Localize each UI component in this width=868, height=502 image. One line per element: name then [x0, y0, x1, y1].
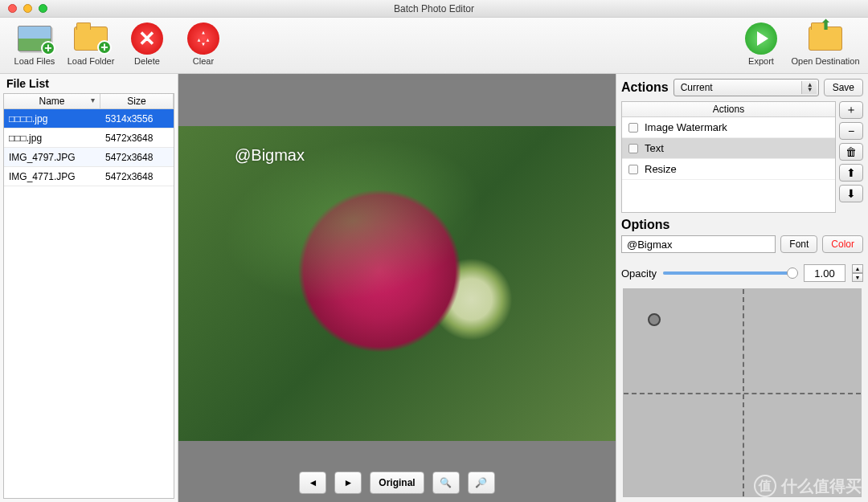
export-button[interactable]: Export — [733, 21, 789, 73]
table-row[interactable]: □□□□.jpg5314x3556 — [4, 109, 174, 129]
opacity-value: 1.00 — [804, 264, 845, 282]
table-row[interactable]: □□□.jpg5472x3648 — [4, 129, 174, 148]
file-size: 5472x3648 — [100, 171, 174, 182]
preview-next-button[interactable]: ► — [334, 471, 362, 494]
guide-vertical — [743, 289, 744, 496]
arrow-left-icon: ◄ — [308, 477, 317, 488]
options-panel: Options Font Color Opacity 1.00 ▲▼ — [621, 218, 863, 502]
stepper-up-icon[interactable]: ▲ — [852, 264, 863, 273]
plus-icon: ＋ — [845, 103, 857, 117]
clear-label: Clear — [193, 56, 214, 66]
opacity-slider[interactable] — [663, 271, 797, 275]
opacity-stepper[interactable]: ▲▼ — [852, 264, 863, 282]
options-title: Options — [621, 218, 863, 232]
action-item[interactable]: Text — [622, 138, 835, 159]
chevron-updown-icon: ▲▼ — [807, 83, 813, 92]
file-size: 5472x3648 — [100, 133, 174, 144]
action-item[interactable]: Resize — [622, 159, 835, 180]
file-name: IMG_4771.JPG — [4, 171, 100, 182]
preview-watermark-text: @Bigmax — [235, 146, 305, 165]
load-folder-button[interactable]: + Load Folder — [63, 21, 119, 73]
file-table: Name Size □□□□.jpg5314x3556□□□.jpg5472x3… — [3, 93, 174, 499]
photo-plus-icon: + — [18, 26, 51, 51]
arrow-up-icon: ⬆ — [846, 166, 856, 179]
file-name: □□□□.jpg — [4, 113, 100, 124]
action-add-button[interactable]: ＋ — [839, 101, 863, 119]
action-item-label: Image Watermark — [645, 121, 727, 133]
preview-zoom-out-button[interactable]: 🔎 — [468, 471, 495, 494]
opacity-label: Opacity — [621, 267, 657, 280]
column-header-size[interactable]: Size — [100, 94, 174, 108]
window-title: Batch Photo Editor — [0, 3, 868, 14]
preview-original-button[interactable]: Original — [370, 471, 424, 494]
action-item[interactable]: Image Watermark — [622, 117, 835, 138]
position-handle[interactable] — [648, 313, 661, 326]
watermark-text-input[interactable] — [621, 235, 776, 253]
open-destination-button[interactable]: Open Destination — [789, 21, 862, 73]
actions-preset-dropdown[interactable]: Current ▲▼ — [674, 79, 819, 96]
file-size: 5314x3556 — [100, 113, 174, 124]
preview-prev-button[interactable]: ◄ — [299, 471, 326, 494]
minus-icon: − — [848, 124, 854, 137]
delete-label: Delete — [134, 56, 160, 66]
position-pad[interactable] — [623, 288, 862, 497]
load-files-label: Load Files — [14, 56, 55, 66]
action-delete-button[interactable]: 🗑 — [839, 143, 863, 161]
actions-save-button[interactable]: Save — [824, 79, 863, 96]
zoom-in-icon: 🔍 — [440, 477, 452, 488]
actions-list-header: Actions — [622, 102, 835, 117]
clear-button[interactable]: Clear — [175, 21, 231, 73]
table-row[interactable]: IMG_4771.JPG5472x3648 — [4, 167, 174, 186]
file-list-panel: File List Name Size □□□□.jpg5314x3556□□□… — [0, 74, 178, 502]
file-size: 5472x3648 — [100, 152, 174, 163]
preview-zoom-in-button[interactable]: 🔍 — [432, 471, 460, 494]
export-label: Export — [748, 56, 774, 66]
color-button[interactable]: Color — [822, 235, 863, 253]
file-name: □□□.jpg — [4, 133, 100, 144]
arrow-down-icon: ⬇ — [846, 187, 856, 200]
preview-toolbar: ◄ ► Original 🔍 🔎 — [178, 471, 616, 494]
action-remove-button[interactable]: − — [839, 122, 863, 140]
delete-button[interactable]: ✕ Delete — [119, 21, 175, 73]
file-list-title: File List — [0, 74, 178, 92]
open-destination-label: Open Destination — [792, 56, 860, 66]
folder-out-icon — [809, 27, 842, 51]
action-move-up-button[interactable]: ⬆ — [839, 164, 863, 182]
action-item-label: Resize — [645, 163, 677, 175]
preview-panel: @Bigmax ◄ ► Original 🔍 🔎 — [178, 74, 616, 502]
slider-thumb[interactable] — [787, 267, 798, 279]
stepper-down-icon[interactable]: ▼ — [852, 273, 863, 282]
preview-image: @Bigmax — [178, 126, 616, 441]
play-export-icon — [745, 22, 777, 55]
load-folder-label: Load Folder — [68, 56, 115, 66]
checkbox[interactable] — [628, 165, 638, 174]
main-toolbar: + Load Files + Load Folder ✕ Delete Clea… — [0, 18, 868, 74]
action-item-label: Text — [645, 142, 664, 154]
window-titlebar: Batch Photo Editor — [0, 0, 868, 18]
load-files-button[interactable]: + Load Files — [6, 21, 63, 73]
actions-preset-value: Current — [681, 82, 713, 93]
trash-icon: 🗑 — [845, 145, 857, 158]
file-name: IMG_4797.JPG — [4, 152, 100, 163]
font-button[interactable]: Font — [780, 235, 817, 253]
zoom-out-icon: 🔎 — [475, 477, 487, 488]
folder-plus-icon: + — [74, 27, 108, 51]
table-row[interactable]: IMG_4797.JPG5472x3648 — [4, 148, 174, 167]
checkbox[interactable] — [628, 123, 638, 133]
right-panel: Actions Current ▲▼ Save Actions Image Wa… — [616, 74, 868, 502]
recycle-icon — [187, 22, 219, 55]
delete-x-icon: ✕ — [131, 22, 163, 55]
action-move-down-button[interactable]: ⬇ — [839, 185, 863, 202]
actions-title: Actions — [621, 80, 669, 95]
checkbox[interactable] — [628, 144, 638, 153]
column-header-name[interactable]: Name — [4, 94, 100, 108]
actions-list: Actions Image WatermarkTextResize — [621, 101, 836, 213]
arrow-right-icon: ► — [343, 477, 353, 488]
